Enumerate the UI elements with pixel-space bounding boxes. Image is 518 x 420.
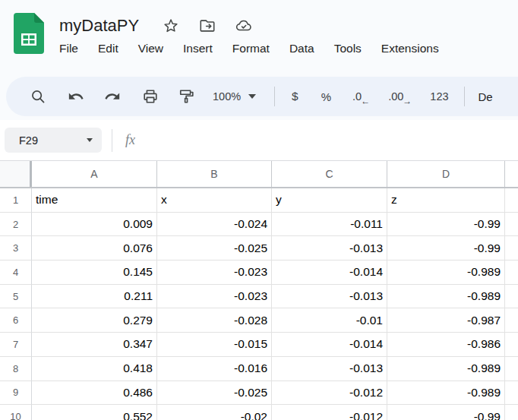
cell[interactable]: y	[272, 188, 387, 213]
cell[interactable]: -0.028	[157, 308, 272, 333]
google-sheets-logo-icon[interactable]	[14, 13, 44, 55]
cell[interactable]: 0.211	[32, 285, 157, 309]
cell[interactable]: 0.076	[32, 236, 157, 261]
cell[interactable]: x	[157, 188, 272, 213]
cell[interactable]: z	[387, 188, 505, 213]
cell[interactable]: -0.012	[272, 381, 387, 406]
column-header-A[interactable]: A	[32, 161, 157, 187]
paint-format-icon[interactable]	[178, 87, 196, 106]
cell[interactable]: -0.99	[387, 213, 505, 237]
row-header-2[interactable]: 2	[0, 213, 32, 237]
cell[interactable]: -0.99	[387, 405, 505, 420]
cell[interactable]: -0.023	[157, 285, 272, 309]
search-icon[interactable]	[29, 87, 47, 106]
name-box[interactable]: F29	[5, 128, 102, 153]
cell[interactable]: -0.013	[272, 236, 387, 261]
menu-tools[interactable]: Tools	[334, 42, 362, 55]
cell[interactable]: -0.02	[157, 405, 272, 420]
title-row: myDataPY	[59, 13, 271, 39]
print-icon[interactable]	[141, 87, 160, 106]
select-all-corner[interactable]	[0, 161, 32, 187]
decrease-decimal-button[interactable]: .0←	[352, 90, 370, 103]
cell[interactable]: -0.986	[387, 333, 505, 357]
cell[interactable]: 0.486	[32, 381, 157, 406]
menu-insert[interactable]: Insert	[183, 42, 213, 55]
cell[interactable]	[505, 213, 518, 237]
top-header: myDataPY File Edit V	[0, 0, 518, 120]
cell[interactable]: -0.013	[272, 285, 387, 309]
toolbar-divider	[274, 87, 275, 106]
increase-decimal-button[interactable]: .00→	[388, 90, 412, 103]
cell[interactable]: -0.024	[157, 213, 272, 237]
cell[interactable]: -0.016	[157, 357, 272, 381]
cell[interactable]: -0.011	[272, 213, 387, 237]
cell[interactable]	[505, 261, 518, 285]
undo-icon[interactable]	[67, 87, 85, 106]
cell[interactable]: -0.989	[387, 357, 505, 381]
cell[interactable]	[505, 357, 518, 381]
cell[interactable]: time	[32, 188, 157, 213]
cell[interactable]: -0.989	[387, 261, 505, 285]
column-header-partial[interactable]	[505, 161, 518, 187]
cell[interactable]: 0.145	[32, 261, 157, 285]
cell[interactable]	[505, 333, 518, 357]
star-icon[interactable]	[162, 17, 180, 35]
cell[interactable]	[505, 188, 518, 213]
menu-edit[interactable]: Edit	[98, 42, 118, 55]
row-header-1[interactable]: 1	[0, 188, 32, 213]
cell[interactable]	[505, 285, 518, 309]
column-header-C[interactable]: C	[272, 161, 387, 187]
toolbar-divider	[464, 87, 465, 106]
fx-icon[interactable]: fx	[125, 132, 135, 148]
cell[interactable]	[505, 381, 518, 406]
cell[interactable]: 0.552	[32, 405, 157, 420]
cell[interactable]: -0.025	[157, 381, 272, 406]
cell[interactable]: -0.023	[157, 261, 272, 285]
column-header-D[interactable]: D	[387, 161, 505, 187]
arrow-left-icon: ←	[361, 96, 370, 106]
menu-file[interactable]: File	[59, 42, 78, 55]
redo-icon[interactable]	[103, 87, 122, 106]
cell[interactable]: 0.279	[32, 308, 157, 333]
zoom-control[interactable]: 100%	[213, 90, 256, 103]
menu-format[interactable]: Format	[232, 42, 270, 55]
more-formats-button[interactable]: 123	[430, 90, 448, 103]
row-header-8[interactable]: 8	[0, 357, 32, 381]
cell[interactable]: -0.01	[272, 308, 387, 333]
row-header-4[interactable]: 4	[0, 261, 32, 285]
menu-data[interactable]: Data	[289, 42, 314, 55]
column-header-B[interactable]: B	[157, 161, 272, 187]
font-selector[interactable]: De	[479, 90, 493, 103]
row-header-5[interactable]: 5	[0, 285, 32, 309]
cell[interactable]	[505, 236, 518, 261]
cell[interactable]: 0.347	[32, 333, 157, 357]
cell[interactable]: -0.015	[157, 333, 272, 357]
google-sheets-app: myDataPY File Edit V	[0, 0, 518, 420]
cell[interactable]: -0.989	[387, 285, 505, 309]
row-header-10[interactable]: 10	[0, 405, 32, 420]
cell[interactable]: -0.025	[157, 236, 272, 261]
row-header-9[interactable]: 9	[0, 381, 32, 406]
cell[interactable]: -0.987	[387, 308, 505, 333]
row-header-6[interactable]: 6	[0, 308, 32, 333]
format-currency-button[interactable]: $	[292, 90, 298, 103]
row-header-3[interactable]: 3	[0, 236, 32, 261]
cell[interactable]: -0.99	[387, 236, 505, 261]
cell[interactable]: 0.009	[32, 213, 157, 237]
cell[interactable]: -0.012	[272, 405, 387, 420]
menu-view[interactable]: View	[138, 42, 163, 55]
cell[interactable]: -0.013	[272, 357, 387, 381]
row-header-7[interactable]: 7	[0, 333, 32, 357]
menu-extensions[interactable]: Extensions	[381, 42, 439, 55]
move-to-folder-icon[interactable]	[198, 17, 216, 35]
cell[interactable]	[505, 308, 518, 333]
format-percent-button[interactable]: %	[321, 90, 331, 103]
cell[interactable]	[505, 405, 518, 420]
cell[interactable]: -0.989	[387, 381, 505, 406]
cell[interactable]: 0.418	[32, 357, 157, 381]
cell[interactable]: -0.014	[272, 261, 387, 285]
cell[interactable]: -0.014	[272, 333, 387, 357]
table-row: 90.486-0.025-0.012-0.989	[0, 381, 518, 406]
document-title[interactable]: myDataPY	[59, 16, 139, 36]
cloud-saved-icon[interactable]	[235, 17, 253, 35]
